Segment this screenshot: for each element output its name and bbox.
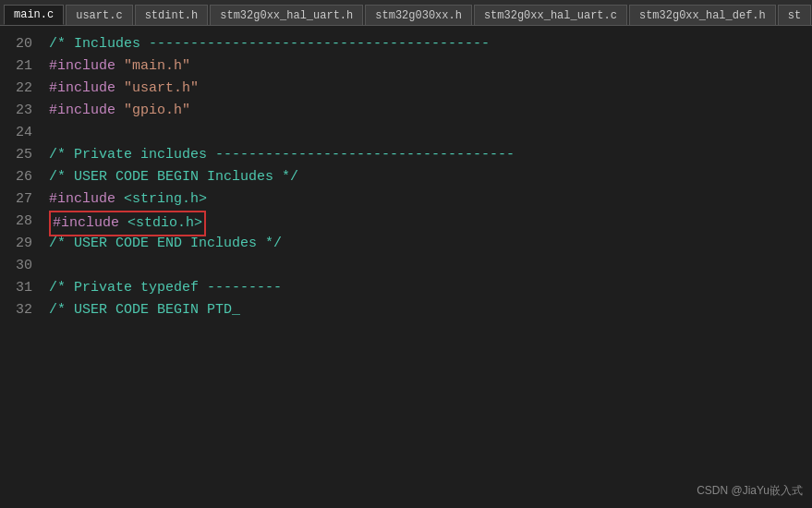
line-number-23: 23: [0, 100, 32, 122]
line-number-22: 22: [0, 78, 32, 100]
tab-stm32g0xx-hal-uart-c[interactable]: stm32g0xx_hal_uart.c: [474, 5, 627, 25]
code-content: /* Includes ----------------------------…: [42, 26, 812, 508]
code-line-25: /* Private includes --------------------…: [49, 144, 812, 166]
code-line-24: [49, 122, 812, 144]
line-number-26: 26: [0, 166, 32, 188]
code-line-26: /* USER CODE BEGIN Includes */: [49, 166, 812, 188]
code-line-27: #include <string.h>: [49, 188, 812, 211]
line-number-20: 20: [0, 33, 32, 55]
line-number-30: 30: [0, 255, 32, 277]
code-line-20: /* Includes ----------------------------…: [49, 33, 812, 55]
tab-stm32g0xx-hal-uart-h[interactable]: stm32g0xx_hal_uart.h: [210, 5, 363, 25]
line-number-28: 28: [0, 211, 32, 233]
tab-stm32g0xx-hal-def-h[interactable]: stm32g0xx_hal_def.h: [629, 5, 776, 25]
code-line-23: #include "gpio.h": [49, 100, 812, 122]
line-number-25: 25: [0, 144, 32, 166]
tab-stdint-h[interactable]: stdint.h: [135, 5, 209, 25]
code-line-29: /* USER CODE END Includes */: [49, 233, 812, 255]
tab-bar: main.cusart.cstdint.hstm32g0xx_hal_uart.…: [0, 0, 812, 26]
tab-usart-c[interactable]: usart.c: [66, 5, 132, 25]
code-line-22: #include "usart.h": [49, 78, 812, 100]
code-line-31: /* Private typedef ---------: [49, 277, 812, 299]
line-numbers: 20212223242526272829303132: [0, 26, 42, 508]
tab-stm32g030xx-h[interactable]: stm32g030xx.h: [365, 5, 472, 25]
line-number-27: 27: [0, 188, 32, 211]
watermark: CSDN @JiaYu嵌入式: [697, 483, 803, 499]
line-number-21: 21: [0, 55, 32, 78]
line-number-24: 24: [0, 122, 32, 144]
tab-st[interactable]: st: [778, 5, 811, 25]
code-line-28: #include <stdio.h>: [49, 211, 812, 233]
editor-area: 20212223242526272829303132 /* Includes -…: [0, 26, 812, 508]
code-line-21: #include "main.h": [49, 55, 812, 78]
tab-main-c[interactable]: main.c: [4, 5, 64, 25]
code-line-30: [49, 255, 812, 277]
code-line-32: /* USER CODE BEGIN PTD_: [49, 299, 812, 321]
line-number-32: 32: [0, 299, 32, 321]
line-number-29: 29: [0, 233, 32, 255]
line-number-31: 31: [0, 277, 32, 299]
